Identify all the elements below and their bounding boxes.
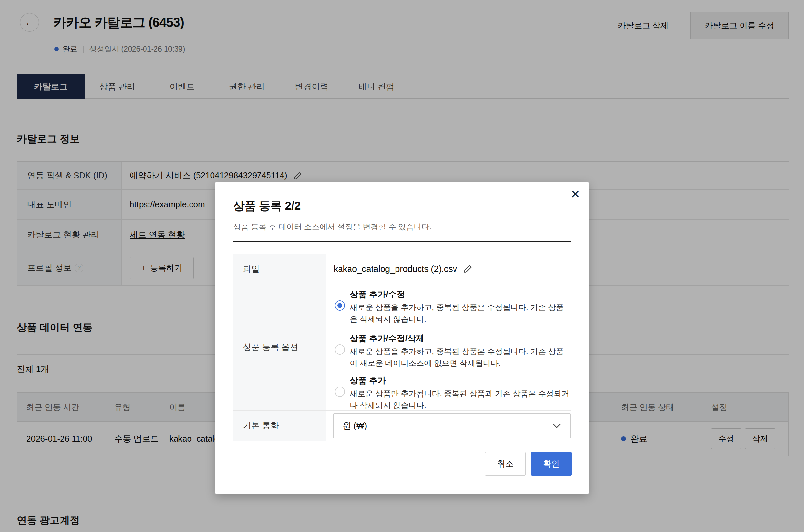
option-title: 상품 추가/수정/삭제 xyxy=(350,333,571,344)
radio-add-update[interactable] xyxy=(334,300,345,311)
confirm-button[interactable]: 확인 xyxy=(531,452,572,476)
edit-file-icon[interactable] xyxy=(463,264,473,274)
product-register-modal: ✕ 상품 등록 2/2 상품 등록 후 데이터 소스에서 설정을 변경할 수 있… xyxy=(215,182,589,494)
close-button[interactable]: ✕ xyxy=(571,189,580,200)
modal-divider xyxy=(233,241,571,242)
file-name: kakao_catalog_products (2).csv xyxy=(334,264,457,274)
modal-footer: 취소 확인 xyxy=(485,452,572,476)
modal-subtitle: 상품 등록 후 데이터 소스에서 설정을 변경할 수 있습니다. xyxy=(233,222,432,232)
file-label: 파일 xyxy=(243,254,260,284)
option-add-only: 상품 추가 새로운 상품만 추가됩니다. 중복된 상품과 기존 상품은 수정되거… xyxy=(334,375,571,411)
option-desc: 새로운 상품을 추가하고, 중복된 상품은 수정됩니다. 기존 상품이 새로운 … xyxy=(350,346,571,369)
option-desc: 새로운 상품만 추가됩니다. 중복된 상품과 기존 상품은 수정되거나 삭제되지… xyxy=(350,388,571,411)
modal-form-table: 파일 kakao_catalog_products (2).csv 상품 등록 … xyxy=(233,254,571,441)
option-desc: 새로운 상품을 추가하고, 중복된 상품은 수정됩니다. 기존 상품은 삭제되지… xyxy=(350,302,571,325)
options-label: 상품 등록 옵션 xyxy=(243,284,298,410)
currency-label: 기본 통화 xyxy=(243,410,279,441)
option-title: 상품 추가/수정 xyxy=(350,289,571,300)
chevron-down-icon xyxy=(552,423,561,429)
close-icon: ✕ xyxy=(571,188,580,201)
radio-add-only[interactable] xyxy=(334,386,345,397)
currency-select[interactable]: 원 (₩) xyxy=(333,413,571,438)
cancel-button[interactable]: 취소 xyxy=(485,452,526,476)
option-title: 상품 추가 xyxy=(350,375,571,386)
modal-title: 상품 등록 2/2 xyxy=(233,198,301,213)
currency-value: 원 (₩) xyxy=(343,420,367,432)
option-add-update-delete: 상품 추가/수정/삭제 새로운 상품을 추가하고, 중복된 상품은 수정됩니다.… xyxy=(334,333,571,369)
radio-add-update-delete[interactable] xyxy=(334,344,345,355)
option-add-update: 상품 추가/수정 새로운 상품을 추가하고, 중복된 상품은 수정됩니다. 기존… xyxy=(334,289,571,325)
